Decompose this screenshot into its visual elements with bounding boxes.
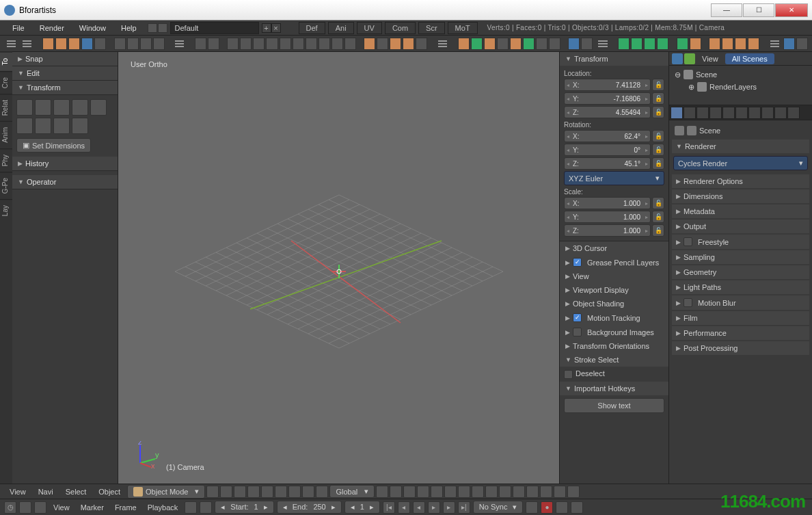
prop-tab[interactable] — [761, 107, 774, 119]
timeline-btn[interactable] — [19, 501, 31, 514]
lock-icon[interactable]: 🔓 — [652, 130, 664, 142]
prop-tab[interactable] — [709, 107, 722, 119]
show-text-button[interactable]: Show text — [564, 398, 664, 413]
toolbar-btn[interactable] — [253, 38, 265, 50]
toolbar-btn[interactable] — [227, 38, 239, 50]
timeline-btn[interactable] — [571, 501, 583, 514]
menu-window[interactable]: Window — [72, 22, 113, 34]
vp-button[interactable] — [390, 486, 402, 498]
toolbar-btn[interactable] — [319, 38, 330, 50]
panel-edit[interactable]: ▼Edit — [12, 66, 118, 81]
prop-tab[interactable] — [696, 107, 709, 119]
play-icon[interactable]: ▸ — [428, 501, 440, 514]
toolbar-btn[interactable] — [644, 38, 655, 50]
toolbar-btn[interactable] — [55, 38, 67, 50]
toolbar-btn[interactable] — [497, 38, 509, 50]
vp-button[interactable] — [472, 486, 484, 498]
toolbar-btn[interactable] — [510, 38, 522, 50]
toolbar-btn[interactable] — [722, 38, 733, 50]
tab-scr[interactable]: Scr — [418, 22, 445, 34]
toolbar-btn[interactable] — [709, 38, 720, 50]
hamburger-icon-5[interactable] — [598, 40, 607, 47]
play-reverse-icon[interactable]: ◂ — [413, 501, 425, 514]
vp-button[interactable] — [206, 486, 219, 498]
lock-icon[interactable]: 🔓 — [652, 144, 664, 156]
panel-renderer-options[interactable]: ▶Renderer Options — [672, 174, 809, 188]
toolbar-btn[interactable] — [471, 38, 483, 50]
toolbar-btn[interactable] — [568, 38, 580, 50]
toolbar-btn[interactable] — [153, 38, 165, 50]
toolbar-btn[interactable] — [783, 38, 795, 50]
tab-mot[interactable]: MoT — [448, 22, 478, 34]
panel-output[interactable]: ▶Output — [672, 220, 809, 233]
tl-menu-playback[interactable]: Playback — [144, 503, 182, 512]
toolbar-btn[interactable] — [549, 38, 560, 50]
prop-tab[interactable] — [774, 107, 787, 119]
prop-tab[interactable] — [748, 107, 761, 119]
start-frame-field[interactable]: ◂Start:1▸ — [215, 501, 273, 514]
loc-y-field[interactable]: ◂Y:-7.16806▸ — [564, 92, 651, 105]
tool-icon[interactable] — [53, 118, 70, 134]
3d-viewport[interactable]: User Ortho z y x (1) Camera — [118, 52, 559, 484]
menu-file[interactable]: File — [5, 22, 31, 34]
toolbar-btn[interactable] — [114, 38, 126, 50]
vp-button[interactable] — [261, 486, 273, 498]
vp-button[interactable] — [275, 486, 287, 498]
panel-light-paths[interactable]: ▶Light Paths — [672, 280, 809, 294]
toolbar-btn[interactable] — [796, 38, 808, 50]
prop-tab[interactable] — [787, 107, 800, 119]
mode-dropdown[interactable]: Object Mode▾ — [127, 485, 205, 499]
panel-metadata[interactable]: ▶Metadata — [672, 204, 809, 218]
layout-add-remove[interactable]: +× — [262, 23, 281, 33]
toolbar-btn[interactable] — [280, 38, 291, 50]
menu-render[interactable]: Render — [33, 22, 71, 34]
prop-tab[interactable] — [684, 107, 696, 119]
hamburger-icon-4[interactable] — [438, 40, 447, 47]
panel-snap[interactable]: ▶Snap — [12, 52, 118, 66]
outliner-icon[interactable] — [684, 53, 695, 64]
vtab-tools[interactable]: To — [0, 52, 12, 71]
rotation-mode-dropdown[interactable]: XYZ Euler▾ — [564, 171, 664, 185]
vtab-anim[interactable]: Anim — [0, 121, 12, 148]
hamburger-icon[interactable] — [7, 40, 16, 47]
vtab-create[interactable]: Cre — [0, 71, 12, 94]
prev-keyframe-icon[interactable]: ◂ — [398, 501, 410, 514]
vp-button[interactable] — [220, 486, 232, 498]
vp-button[interactable] — [247, 486, 260, 498]
scale-y-field[interactable]: ◂Y:1.000▸ — [564, 211, 651, 223]
current-frame-field[interactable]: ◂1▸ — [344, 501, 380, 514]
vp-button[interactable] — [554, 486, 566, 498]
prop-tab[interactable] — [735, 107, 748, 119]
timeline-editor-icon[interactable]: ◷ — [4, 501, 16, 514]
npanel-motion-tracking[interactable]: ▶Motion Tracking — [560, 311, 668, 325]
vp-button[interactable] — [526, 486, 539, 498]
toolbar-btn[interactable] — [690, 38, 701, 50]
lock-icon[interactable]: 🔓 — [652, 197, 664, 209]
tab-ani[interactable]: Ani — [328, 22, 354, 34]
loc-x-field[interactable]: ◂X:7.41128▸ — [564, 79, 651, 91]
record-icon[interactable]: ● — [541, 501, 553, 514]
toolbar-btn[interactable] — [403, 38, 414, 50]
toolbar-btn[interactable] — [240, 38, 252, 50]
vp-button[interactable] — [376, 486, 388, 498]
timeline-btn[interactable] — [185, 501, 197, 514]
all-scenes-dropdown[interactable]: All Scenes — [725, 53, 774, 64]
tab-com[interactable]: Com — [385, 22, 416, 34]
vp-button[interactable] — [316, 486, 328, 498]
tree-item-renderlayers[interactable]: ⊕RenderLayers — [675, 81, 807, 93]
panel-freestyle[interactable]: ▶Freestyle — [672, 235, 809, 249]
tool-icon[interactable] — [35, 99, 51, 116]
panel-transform[interactable]: ▼Transform — [12, 81, 118, 95]
tl-menu-frame[interactable]: Frame — [111, 503, 141, 512]
toolbar-btn[interactable] — [484, 38, 496, 50]
hamburger-icon-2[interactable] — [23, 40, 31, 47]
lock-icon[interactable]: 🔓 — [652, 157, 664, 170]
vp-button[interactable] — [513, 486, 525, 498]
vp-button[interactable] — [444, 486, 457, 498]
vtab-relations[interactable]: Relat — [0, 94, 12, 121]
toolbar-btn[interactable] — [364, 38, 375, 50]
npanel-transform-header[interactable]: ▼Transform — [560, 52, 668, 66]
sync-dropdown[interactable]: No Sync▾ — [473, 501, 524, 514]
toolbar-btn[interactable] — [735, 38, 746, 50]
npanel-transform-orientations[interactable]: ▶Transform Orientations — [560, 339, 668, 353]
